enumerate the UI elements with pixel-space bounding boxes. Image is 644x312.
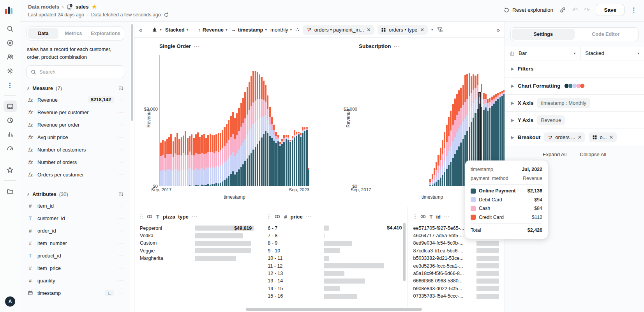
- y-field-dropdown[interactable]: ↑Revenue▾: [198, 27, 227, 33]
- stacked-bar[interactable]: [269, 107, 271, 186]
- stacked-bar[interactable]: [213, 135, 215, 186]
- settings-gear-icon[interactable]: [4, 65, 17, 77]
- attribute-row[interactable]: #order_id···: [26, 224, 124, 237]
- stacked-bar[interactable]: [288, 135, 289, 186]
- attribute-row[interactable]: timestamp∟···: [26, 287, 124, 299]
- collapse-chevron-icon[interactable]: ∧: [27, 192, 30, 196]
- stacked-bar[interactable]: [275, 132, 277, 186]
- stacked-bar[interactable]: [244, 92, 246, 186]
- favorites-star-icon[interactable]: [4, 164, 17, 176]
- value-row[interactable]: 10 - 11: [268, 255, 402, 262]
- pie-chart-icon[interactable]: [4, 115, 17, 126]
- stacked-bar[interactable]: [436, 162, 437, 186]
- value-row[interactable]: 7 - 8: [268, 232, 402, 239]
- value-row[interactable]: 8ed9e034-fc54-5c0b-...: [413, 240, 499, 247]
- remove-chip-icon[interactable]: ✕: [578, 134, 582, 140]
- more-kebab-icon[interactable]: ⋮: [4, 79, 17, 91]
- highlighted-bar[interactable]: [279, 142, 281, 186]
- chart-type-select[interactable]: Bar ▾: [505, 46, 580, 60]
- value-row[interactable]: ee3d5236-fccc-5ca1-...: [413, 262, 499, 270]
- stacked-bar[interactable]: [183, 136, 184, 186]
- stacked-bar[interactable]: [306, 127, 307, 186]
- sort-icon[interactable]: [118, 85, 124, 91]
- value-row[interactable]: 87cdfca3-b1ea-5bc6-...: [413, 247, 499, 254]
- attribute-row[interactable]: #quantity···: [26, 274, 124, 287]
- stacked-bar[interactable]: [450, 111, 452, 186]
- stacked-bar[interactable]: [456, 94, 458, 186]
- horizontal-scrollbar[interactable]: [246, 308, 422, 311]
- undo-icon[interactable]: ↶: [572, 6, 578, 14]
- value-row[interactable]: a5a18c9f-f5f6-5d66-8...: [413, 270, 499, 277]
- stacked-bar[interactable]: [201, 135, 203, 186]
- stacked-bar[interactable]: [164, 141, 166, 186]
- stacked-bar[interactable]: [257, 72, 258, 186]
- remove-chip-icon[interactable]: ✕: [367, 27, 371, 33]
- folder-icon[interactable]: [4, 185, 17, 197]
- dashboards-icon[interactable]: [4, 100, 17, 112]
- chart-menu-icon[interactable]: ···: [394, 43, 401, 49]
- stacked-bar[interactable]: [218, 133, 219, 186]
- stacked-bar[interactable]: [176, 133, 178, 186]
- tab-code-editor[interactable]: Code Editor: [575, 29, 637, 40]
- collapse-all-link[interactable]: Collapse All: [580, 152, 606, 157]
- tab-explorations[interactable]: Explorations: [88, 28, 123, 39]
- measure-row[interactable]: fxAvg unit price···: [26, 131, 124, 143]
- drag-handle-icon[interactable]: [268, 214, 271, 219]
- tab-settings[interactable]: Settings: [512, 29, 575, 40]
- expand-triangle-icon[interactable]: ▶: [511, 118, 514, 122]
- value-row[interactable]: 9 - 10: [268, 247, 402, 254]
- attribute-row[interactable]: Tproduct_id···: [26, 249, 124, 262]
- collapse-chevron-icon[interactable]: ∧: [27, 86, 30, 90]
- panel-menu-icon[interactable]: ···: [444, 214, 450, 219]
- stacked-bar[interactable]: [444, 132, 445, 186]
- stacked-bar[interactable]: [265, 85, 266, 186]
- stacked-bar[interactable]: [222, 130, 223, 186]
- breadcrumb-data-models[interactable]: Data models: [28, 4, 59, 10]
- stacked-bar[interactable]: [263, 81, 265, 186]
- filter-add-icon[interactable]: [437, 26, 443, 33]
- bar-chart-icon[interactable]: [4, 129, 17, 140]
- value-row[interactable]: 15 - 16: [268, 293, 402, 300]
- stacked-bar[interactable]: [224, 127, 225, 186]
- tab-data[interactable]: Data: [28, 28, 58, 39]
- stacked-bar[interactable]: [255, 71, 256, 186]
- stacked-bar[interactable]: [197, 132, 199, 186]
- measure-row[interactable]: fxNumber of orders···: [26, 156, 124, 168]
- stacked-bar[interactable]: [460, 88, 462, 186]
- expand-triangle-icon[interactable]: ▶: [511, 101, 514, 105]
- stacked-bar[interactable]: [191, 134, 192, 186]
- measure-row[interactable]: fxOrders per customer···: [26, 168, 124, 181]
- collapse-left-icon[interactable]: «: [139, 26, 142, 33]
- stacked-bar[interactable]: [189, 136, 191, 186]
- gauge-icon[interactable]: [4, 143, 17, 154]
- stack-mode-select[interactable]: Stacked ▾: [580, 46, 644, 60]
- value-row[interactable]: Custom: [140, 240, 256, 247]
- expand-triangle-icon[interactable]: ▶: [511, 135, 514, 139]
- row-menu-icon[interactable]: ···: [118, 253, 124, 258]
- stacked-bar[interactable]: [166, 139, 168, 186]
- stacked-bar[interactable]: [462, 85, 464, 186]
- stack-mode-dropdown[interactable]: Stacked▾: [165, 27, 188, 33]
- row-menu-icon[interactable]: ···: [118, 265, 124, 271]
- stacked-bar[interactable]: [168, 137, 170, 186]
- stacked-bar[interactable]: [236, 113, 238, 186]
- stacked-bar[interactable]: [205, 138, 207, 186]
- row-menu-icon[interactable]: ···: [118, 122, 124, 127]
- stacked-bar[interactable]: [234, 118, 236, 186]
- stacked-bar[interactable]: [228, 120, 229, 186]
- stacked-bar[interactable]: [304, 127, 305, 186]
- stacked-bar[interactable]: [281, 139, 283, 186]
- stacked-bar[interactable]: [242, 98, 244, 186]
- value-row[interactable]: 8 - 9: [268, 240, 402, 247]
- value-row[interactable]: Vodka: [140, 232, 256, 239]
- share-link-icon[interactable]: [559, 7, 566, 13]
- stacked-bar[interactable]: [210, 134, 211, 186]
- attribute-row[interactable]: #item_id···: [26, 199, 124, 212]
- stacked-bar[interactable]: [173, 141, 174, 186]
- stacked-bar[interactable]: [300, 133, 302, 186]
- stacked-bar[interactable]: [162, 140, 164, 186]
- breakout-dots-icon[interactable]: ∴: [295, 26, 299, 33]
- filters-section[interactable]: ▶ Filters: [505, 60, 644, 78]
- stacked-bar[interactable]: [203, 134, 205, 186]
- stacked-bar[interactable]: [296, 132, 297, 186]
